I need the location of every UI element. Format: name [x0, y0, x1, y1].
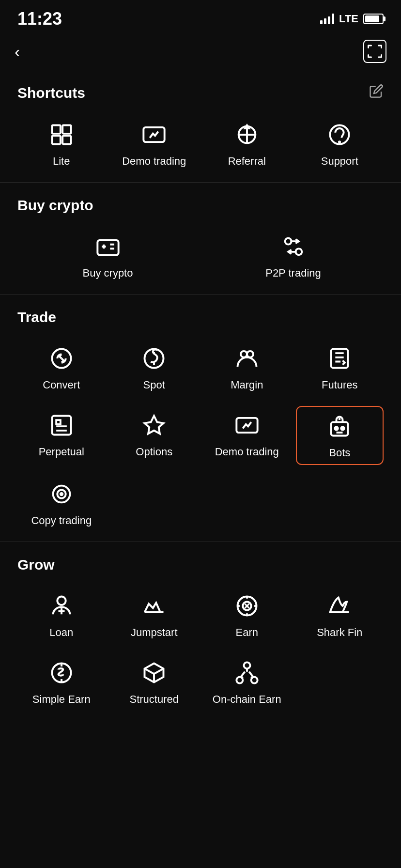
shark-fin-icon [325, 591, 354, 620]
grow-simple-earn[interactable]: Simple Earn [17, 653, 106, 711]
buy-crypto-icon [93, 232, 123, 261]
perpetual-icon [47, 411, 76, 440]
grow-shark-fin[interactable]: Shark Fin [296, 587, 384, 644]
p2p-trading-icon [279, 232, 308, 261]
trade-header: Trade [17, 309, 384, 326]
svg-point-6 [339, 141, 340, 142]
p2p-trading-item[interactable]: P2P trading [203, 227, 384, 284]
lte-label: LTE [339, 13, 358, 25]
spot-label: Spot [143, 379, 165, 391]
svg-rect-7 [97, 240, 118, 255]
options-label: Options [136, 446, 172, 458]
svg-point-27 [244, 662, 250, 668]
bots-label: Bots [329, 447, 350, 459]
svg-point-19 [341, 427, 345, 430]
trade-grid-row2: Copy trading [17, 475, 384, 532]
shortcuts-section: Shortcuts Lite Demo trading [0, 69, 401, 182]
referral-icon [232, 120, 262, 149]
trade-demo-label: Demo trading [215, 446, 279, 458]
buy-crypto-grid: Buy crypto P2P trading [17, 227, 384, 284]
support-icon [325, 120, 354, 149]
buy-crypto-item[interactable]: Buy crypto [17, 227, 198, 284]
onchain-earn-label: On-chain Earn [213, 693, 281, 706]
trade-margin[interactable]: Margin [203, 339, 291, 396]
status-icons: LTE [320, 13, 384, 25]
trade-perpetual[interactable]: Perpetual [17, 406, 106, 465]
shortcut-referral[interactable]: Referral [203, 115, 291, 172]
edit-icon[interactable] [369, 84, 384, 102]
trade-grid: Convert Spot Margin Futures [17, 339, 384, 465]
scan-button[interactable] [363, 40, 386, 63]
status-time: 11:23 [17, 9, 62, 29]
support-label: Support [321, 155, 358, 168]
shortcut-support[interactable]: Support [296, 115, 384, 172]
shortcut-demo-trading[interactable]: Demo trading [110, 115, 199, 172]
shark-fin-label: Shark Fin [317, 626, 362, 639]
copy-trading-label: Copy trading [31, 514, 92, 527]
svg-point-12 [241, 351, 247, 357]
convert-label: Convert [43, 379, 80, 391]
scan-icon [366, 43, 384, 60]
trade-futures[interactable]: Futures [296, 339, 384, 396]
demo-trading-icon [139, 120, 169, 149]
buy-crypto-title: Buy crypto [17, 197, 93, 214]
trade-section: Trade Convert Spot Margin [0, 294, 401, 542]
convert-icon [47, 344, 76, 373]
structured-icon [139, 658, 169, 687]
options-icon [139, 411, 169, 440]
perpetual-label: Perpetual [39, 446, 84, 458]
lite-label: Lite [53, 155, 70, 168]
grow-section: Grow Loan Jumpstart Earn [0, 542, 401, 720]
trade-copy-trading[interactable]: Copy trading [17, 475, 106, 532]
simple-earn-label: Simple Earn [32, 693, 91, 706]
svg-rect-14 [331, 349, 348, 368]
shortcut-lite[interactable]: Lite [17, 115, 106, 172]
margin-label: Margin [231, 379, 263, 391]
battery-icon [363, 14, 384, 24]
signal-bars-icon [320, 14, 334, 24]
loan-label: Loan [49, 626, 73, 639]
demo-trading-label: Demo trading [122, 155, 186, 168]
svg-point-13 [247, 351, 253, 357]
grow-title: Grow [17, 557, 55, 573]
svg-rect-0 [52, 125, 60, 134]
svg-rect-1 [62, 125, 71, 134]
structured-label: Structured [130, 693, 179, 706]
grow-structured[interactable]: Structured [110, 653, 199, 711]
buy-crypto-section: Buy crypto Buy crypto P2P trading [0, 183, 401, 294]
svg-rect-3 [62, 136, 71, 144]
trade-demo-icon [232, 411, 262, 440]
jumpstart-label: Jumpstart [131, 626, 178, 639]
trade-convert[interactable]: Convert [17, 339, 106, 396]
onchain-earn-icon [232, 658, 262, 687]
svg-point-22 [61, 493, 62, 495]
svg-rect-17 [331, 422, 348, 435]
svg-rect-2 [52, 136, 60, 144]
grow-loan[interactable]: Loan [17, 587, 106, 644]
trade-spot[interactable]: Spot [110, 339, 199, 396]
earn-label: Earn [236, 626, 258, 639]
back-button[interactable]: ‹ [15, 42, 20, 61]
futures-icon [325, 344, 354, 373]
grow-earn[interactable]: Earn [203, 587, 291, 644]
grow-header: Grow [17, 557, 384, 573]
margin-icon [232, 344, 262, 373]
futures-label: Futures [322, 379, 358, 391]
svg-rect-15 [52, 416, 71, 435]
trade-bots[interactable]: Bots [296, 406, 384, 465]
trade-options[interactable]: Options [110, 406, 199, 465]
copy-trading-icon [47, 480, 76, 509]
svg-point-11 [145, 349, 164, 368]
referral-label: Referral [228, 155, 266, 168]
p2p-trading-label: P2P trading [265, 267, 321, 279]
svg-point-18 [335, 427, 339, 430]
svg-point-23 [57, 597, 65, 605]
lite-icon [47, 120, 76, 149]
grow-onchain-earn[interactable]: On-chain Earn [203, 653, 291, 711]
nav-bar: ‹ [0, 34, 401, 69]
trade-demo-trading[interactable]: Demo trading [203, 406, 291, 465]
buy-crypto-header: Buy crypto [17, 197, 384, 214]
grow-jumpstart[interactable]: Jumpstart [110, 587, 199, 644]
grow-grid: Loan Jumpstart Earn Shark Fin [17, 587, 384, 711]
shortcuts-title: Shortcuts [17, 85, 85, 101]
